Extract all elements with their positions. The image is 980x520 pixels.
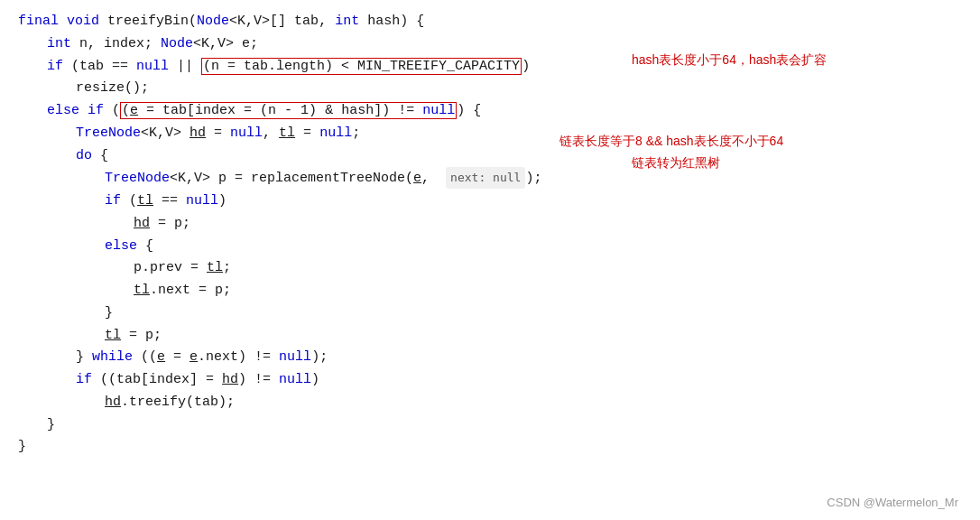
var-tl-5: tl — [105, 328, 121, 343]
code-line-5: else if ((e = tab[index = (n - 1) & hash… — [18, 100, 962, 123]
var-e-3: e — [157, 349, 165, 365]
keyword-if-3: if — [105, 193, 121, 209]
code-line-9: if (tl == null) — [18, 190, 962, 213]
code-line-20: } — [18, 436, 962, 459]
code-line-14: } — [18, 302, 962, 325]
var-tl: tl — [279, 125, 295, 141]
code-line-19: } — [18, 414, 962, 437]
code-line-11: else { — [18, 236, 962, 258]
var-e-4: e — [190, 349, 198, 365]
type-node: Node — [197, 14, 229, 29]
keyword-else-2: else — [105, 238, 137, 254]
code-line-6: TreeNode<K,V> hd = null, tl = null; — [18, 123, 962, 145]
code-line-12: p.prev = tl; — [18, 257, 962, 280]
keyword-null-7: null — [279, 372, 311, 387]
type-treenode-1: TreeNode — [76, 125, 141, 141]
annotation-1: hash表长度小于64，hash表会扩容 — [632, 52, 827, 69]
var-hd: hd — [190, 125, 206, 141]
keyword-null-5: null — [186, 193, 218, 209]
annotation-2: 链表长度等于8 && hash表长度不小于64 — [559, 134, 783, 150]
var-hd-2: hd — [134, 216, 150, 231]
code-line-13: tl.next = p; — [18, 280, 962, 302]
keyword-int-2: int — [47, 36, 71, 51]
keyword-null-6: null — [279, 349, 311, 365]
keyword-do: do — [76, 148, 92, 163]
code-line-18: hd.treeify(tab); — [18, 392, 962, 414]
keyword-if-2: if — [88, 103, 104, 118]
code-line-10: hd = p; — [18, 213, 962, 236]
var-tl-2: tl — [137, 193, 153, 209]
code-area: final void treeifyBin(Node<K,V>[] tab, i… — [0, 0, 980, 469]
code-line-17: if ((tab[index] = hd) != null) — [18, 369, 962, 392]
keyword-null-4: null — [319, 125, 352, 141]
var-tl-3: tl — [207, 260, 223, 275]
var-tl-4: tl — [134, 283, 150, 298]
var-hd-4: hd — [105, 395, 121, 410]
code-line-15: tl = p; — [18, 325, 962, 348]
hint-next-null: next: null — [446, 167, 525, 188]
red-box-2: (e = tab[index = (n - 1) & hash]) != nul… — [120, 102, 457, 119]
code-line-16: } while ((e = e.next) != null); — [18, 347, 962, 369]
type-treenode-2: TreeNode — [105, 171, 170, 186]
code-line-7: do { — [18, 145, 962, 168]
keyword-while: while — [92, 349, 133, 365]
var-e: e — [130, 103, 138, 118]
keyword-null-1: null — [136, 59, 169, 74]
keyword-else: else — [47, 103, 79, 118]
code-line-8: TreeNode<K,V> p = replacementTreeNode(e,… — [18, 167, 962, 190]
function-name: treeifyBin — [107, 14, 189, 29]
keyword-if-4: if — [76, 372, 92, 387]
red-box-1: (n = tab.length) < MIN_TREEIFY_CAPACITY — [201, 58, 522, 75]
keyword-null-2: null — [422, 103, 455, 118]
code-line-1: final void treeifyBin(Node<K,V>[] tab, i… — [18, 11, 962, 33]
var-hd-3: hd — [222, 372, 238, 387]
keyword-final: final — [18, 14, 59, 29]
keyword-int: int — [335, 14, 359, 29]
type-node-2: Node — [161, 36, 193, 51]
watermark: CSDN @Watermelon_Mr — [827, 496, 958, 509]
keyword-if: if — [47, 59, 63, 74]
keyword-void: void — [67, 14, 99, 29]
code-line-4: resize(); — [18, 78, 962, 100]
var-e-2: e — [413, 171, 421, 186]
keyword-null-3: null — [230, 125, 263, 141]
annotation-3: 链表转为红黑树 — [632, 155, 720, 172]
